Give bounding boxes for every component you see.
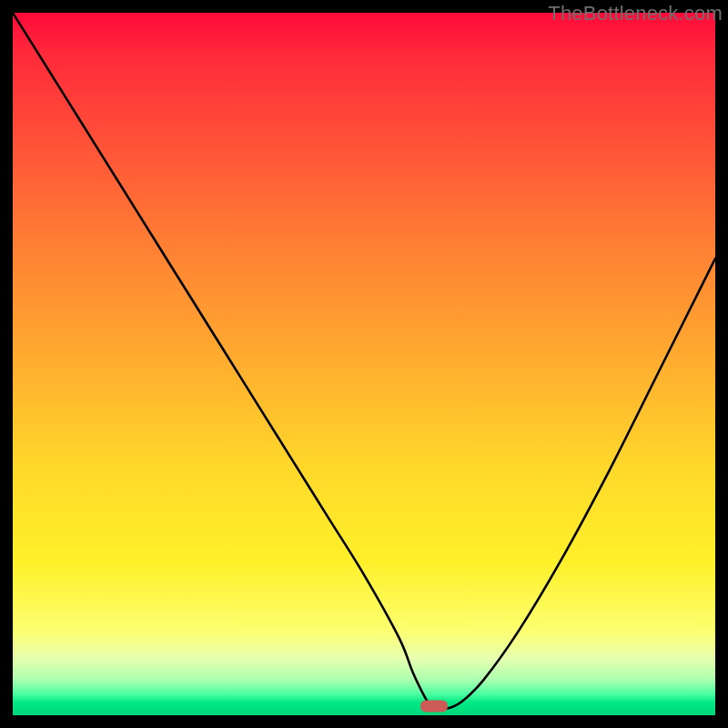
plot-area <box>13 13 715 715</box>
optimum-marker <box>420 700 448 712</box>
watermark-text: TheBottleneck.com <box>548 2 723 25</box>
chart-frame: TheBottleneck.com <box>0 0 728 728</box>
bottleneck-curve <box>13 13 715 715</box>
